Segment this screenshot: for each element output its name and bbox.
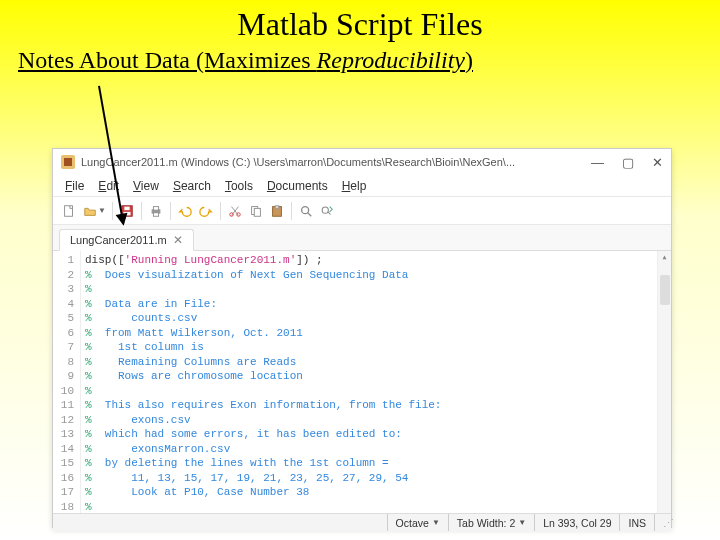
menu-search[interactable]: Search	[167, 177, 217, 195]
resize-grip-icon[interactable]: ⋰	[654, 514, 671, 531]
redo-icon[interactable]	[196, 201, 216, 221]
subtitle-prefix: Notes About Data (Maximizes	[18, 47, 317, 73]
svg-point-14	[322, 207, 328, 213]
menu-edit[interactable]: Edit	[92, 177, 125, 195]
separator	[141, 202, 142, 220]
subtitle-italic: Reproducibility	[317, 47, 465, 73]
menu-view[interactable]: View	[127, 177, 165, 195]
separator	[112, 202, 113, 220]
svg-rect-12	[275, 205, 279, 208]
tabbar: LungCancer2011.m ✕	[53, 225, 671, 251]
replace-icon[interactable]	[317, 201, 337, 221]
statusbar: Octave▼ Tab Width: 2▼ Ln 393, Col 29 INS…	[53, 513, 671, 531]
menu-file[interactable]: File	[59, 177, 90, 195]
undo-icon[interactable]	[175, 201, 195, 221]
subtitle-suffix: )	[465, 47, 473, 73]
maximize-button[interactable]: ▢	[622, 155, 634, 170]
svg-rect-10	[254, 208, 260, 216]
paste-icon[interactable]	[267, 201, 287, 221]
copy-icon[interactable]	[246, 201, 266, 221]
code-area[interactable]: disp(['Running LungCancer2011.m']) ;% Do…	[81, 251, 671, 513]
status-cursor-position: Ln 393, Col 29	[534, 514, 619, 531]
menu-documents[interactable]: Documents	[261, 177, 334, 195]
menubar: File Edit View Search Tools Documents He…	[53, 175, 671, 197]
open-dropdown-icon[interactable]: ▼	[98, 206, 106, 215]
separator	[220, 202, 221, 220]
status-tabwidth[interactable]: Tab Width: 2▼	[448, 514, 534, 531]
scroll-thumb[interactable]	[660, 275, 670, 305]
status-language[interactable]: Octave▼	[387, 514, 448, 531]
svg-rect-6	[153, 212, 158, 216]
menu-tools[interactable]: Tools	[219, 177, 259, 195]
tab-label: LungCancer2011.m	[70, 234, 167, 246]
svg-rect-2	[124, 206, 129, 210]
slide-subtitle: Notes About Data (Maximizes Reproducibil…	[0, 47, 720, 74]
print-icon[interactable]	[146, 201, 166, 221]
svg-rect-5	[153, 206, 158, 210]
scroll-up-icon[interactable]: ▴	[661, 251, 667, 263]
line-gutter: 123456789101112131415161718	[53, 251, 81, 513]
find-icon[interactable]	[296, 201, 316, 221]
tab-close-icon[interactable]: ✕	[173, 233, 183, 247]
titlebar: LungCancer2011.m (Windows (C:) \Users\ma…	[53, 149, 671, 175]
toolbar: ▼	[53, 197, 671, 225]
separator	[291, 202, 292, 220]
open-icon[interactable]	[80, 201, 100, 221]
code-editor[interactable]: 123456789101112131415161718 disp(['Runni…	[53, 251, 671, 513]
slide-title: Matlab Script Files	[0, 0, 720, 43]
window-title: LungCancer2011.m (Windows (C:) \Users\ma…	[81, 156, 515, 168]
vertical-scrollbar[interactable]: ▴	[657, 251, 671, 513]
close-button[interactable]: ✕	[652, 155, 663, 170]
editor-window: LungCancer2011.m (Windows (C:) \Users\ma…	[52, 148, 672, 528]
cut-icon[interactable]	[225, 201, 245, 221]
new-doc-icon[interactable]	[59, 201, 79, 221]
status-insert-mode: INS	[619, 514, 654, 531]
tab-lungcancer[interactable]: LungCancer2011.m ✕	[59, 229, 194, 251]
separator	[170, 202, 171, 220]
menu-help[interactable]: Help	[336, 177, 373, 195]
svg-rect-0	[65, 205, 73, 216]
minimize-button[interactable]: —	[591, 155, 604, 170]
app-icon	[61, 155, 75, 169]
svg-point-13	[302, 206, 309, 213]
